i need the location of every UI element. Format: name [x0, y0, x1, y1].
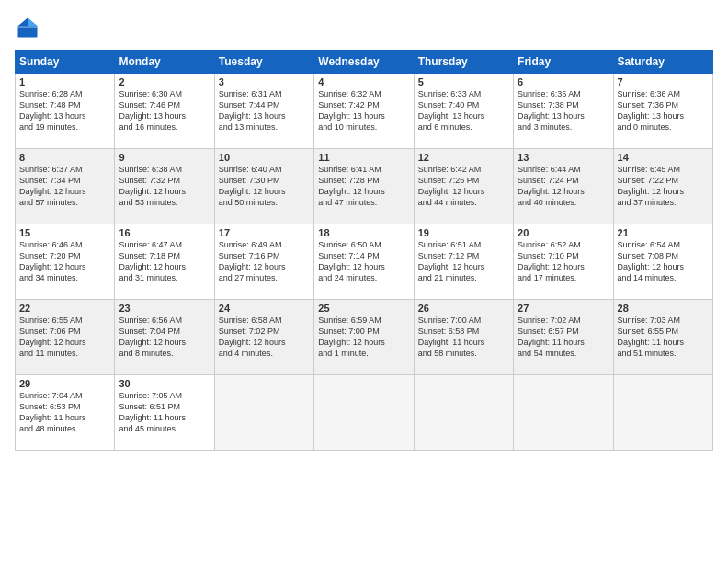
header — [15, 15, 713, 40]
cell-details: Sunrise: 6:41 AMSunset: 7:28 PMDaylight:… — [318, 164, 409, 209]
weekday-header-tuesday: Tuesday — [214, 51, 313, 74]
calendar-cell: 17Sunrise: 6:49 AMSunset: 7:16 PMDayligh… — [214, 224, 313, 300]
cell-details: Sunrise: 6:36 AMSunset: 7:36 PMDaylight:… — [618, 88, 709, 133]
day-number: 5 — [418, 76, 509, 87]
day-number: 7 — [618, 76, 709, 87]
calendar-cell — [613, 375, 712, 451]
calendar-cell: 6Sunrise: 6:35 AMSunset: 7:38 PMDaylight… — [514, 74, 613, 149]
day-number: 18 — [318, 227, 409, 238]
calendar-cell: 29Sunrise: 7:04 AMSunset: 6:53 PMDayligh… — [16, 375, 115, 451]
cell-details: Sunrise: 6:51 AMSunset: 7:12 PMDaylight:… — [418, 239, 509, 284]
day-number: 23 — [119, 303, 210, 314]
logo — [15, 15, 44, 40]
day-number: 22 — [19, 303, 110, 314]
calendar-cell: 13Sunrise: 6:44 AMSunset: 7:24 PMDayligh… — [514, 149, 613, 224]
svg-marker-1 — [28, 18, 38, 27]
cell-details: Sunrise: 6:40 AMSunset: 7:30 PMDaylight:… — [219, 164, 310, 209]
day-number: 14 — [618, 152, 709, 163]
day-number: 12 — [418, 152, 509, 163]
calendar-week-5: 29Sunrise: 7:04 AMSunset: 6:53 PMDayligh… — [16, 375, 713, 451]
calendar-cell: 19Sunrise: 6:51 AMSunset: 7:12 PMDayligh… — [414, 224, 513, 300]
cell-details: Sunrise: 6:45 AMSunset: 7:22 PMDaylight:… — [618, 164, 709, 209]
day-number: 27 — [518, 303, 609, 314]
weekday-header-friday: Friday — [514, 51, 613, 74]
weekday-header-thursday: Thursday — [414, 51, 513, 74]
day-number: 29 — [19, 378, 110, 389]
calendar-cell: 14Sunrise: 6:45 AMSunset: 7:22 PMDayligh… — [613, 149, 712, 224]
calendar-cell — [414, 375, 513, 451]
day-number: 19 — [418, 227, 509, 238]
calendar-cell: 8Sunrise: 6:37 AMSunset: 7:34 PMDaylight… — [16, 149, 115, 224]
cell-details: Sunrise: 6:50 AMSunset: 7:14 PMDaylight:… — [318, 239, 409, 284]
day-number: 17 — [219, 227, 310, 238]
day-number: 11 — [318, 152, 409, 163]
day-number: 30 — [119, 378, 210, 389]
weekday-header-saturday: Saturday — [613, 51, 712, 74]
calendar-cell — [214, 375, 313, 451]
calendar-week-1: 1Sunrise: 6:28 AMSunset: 7:48 PMDaylight… — [16, 74, 713, 149]
calendar-cell: 3Sunrise: 6:31 AMSunset: 7:44 PMDaylight… — [214, 74, 313, 149]
calendar-cell: 18Sunrise: 6:50 AMSunset: 7:14 PMDayligh… — [314, 224, 414, 300]
calendar-week-2: 8Sunrise: 6:37 AMSunset: 7:34 PMDaylight… — [16, 149, 713, 224]
cell-details: Sunrise: 6:35 AMSunset: 7:38 PMDaylight:… — [518, 88, 609, 133]
calendar-cell: 25Sunrise: 6:59 AMSunset: 7:00 PMDayligh… — [314, 300, 414, 375]
calendar-cell: 27Sunrise: 7:02 AMSunset: 6:57 PMDayligh… — [514, 300, 613, 375]
day-number: 13 — [518, 152, 609, 163]
day-number: 6 — [518, 76, 609, 87]
day-number: 8 — [19, 152, 110, 163]
calendar-cell: 4Sunrise: 6:32 AMSunset: 7:42 PMDaylight… — [314, 74, 414, 149]
cell-details: Sunrise: 6:44 AMSunset: 7:24 PMDaylight:… — [518, 164, 609, 209]
logo-icon — [15, 15, 40, 40]
cell-details: Sunrise: 6:49 AMSunset: 7:16 PMDaylight:… — [219, 239, 310, 284]
calendar-cell: 15Sunrise: 6:46 AMSunset: 7:20 PMDayligh… — [16, 224, 115, 300]
calendar-cell: 28Sunrise: 7:03 AMSunset: 6:55 PMDayligh… — [613, 300, 712, 375]
calendar-cell: 10Sunrise: 6:40 AMSunset: 7:30 PMDayligh… — [214, 149, 313, 224]
cell-details: Sunrise: 7:03 AMSunset: 6:55 PMDaylight:… — [618, 315, 709, 360]
day-number: 4 — [318, 76, 409, 87]
day-number: 28 — [618, 303, 709, 314]
day-number: 24 — [219, 303, 310, 314]
calendar-cell: 11Sunrise: 6:41 AMSunset: 7:28 PMDayligh… — [314, 149, 414, 224]
day-number: 26 — [418, 303, 509, 314]
cell-details: Sunrise: 6:46 AMSunset: 7:20 PMDaylight:… — [19, 239, 110, 284]
day-number: 16 — [119, 227, 210, 238]
day-number: 20 — [518, 227, 609, 238]
weekday-header-sunday: Sunday — [16, 51, 115, 74]
day-number: 10 — [219, 152, 310, 163]
cell-details: Sunrise: 6:32 AMSunset: 7:42 PMDaylight:… — [318, 88, 409, 133]
page: SundayMondayTuesdayWednesdayThursdayFrid… — [0, 0, 728, 563]
calendar-cell: 5Sunrise: 6:33 AMSunset: 7:40 PMDaylight… — [414, 74, 513, 149]
cell-details: Sunrise: 7:04 AMSunset: 6:53 PMDaylight:… — [19, 390, 110, 435]
cell-details: Sunrise: 6:33 AMSunset: 7:40 PMDaylight:… — [418, 88, 509, 133]
calendar-cell — [514, 375, 613, 451]
cell-details: Sunrise: 7:05 AMSunset: 6:51 PMDaylight:… — [119, 390, 210, 435]
cell-details: Sunrise: 6:55 AMSunset: 7:06 PMDaylight:… — [19, 315, 110, 360]
calendar-week-4: 22Sunrise: 6:55 AMSunset: 7:06 PMDayligh… — [16, 300, 713, 375]
cell-details: Sunrise: 6:38 AMSunset: 7:32 PMDaylight:… — [119, 164, 210, 209]
cell-details: Sunrise: 6:28 AMSunset: 7:48 PMDaylight:… — [19, 88, 110, 133]
calendar-cell: 22Sunrise: 6:55 AMSunset: 7:06 PMDayligh… — [16, 300, 115, 375]
calendar-week-3: 15Sunrise: 6:46 AMSunset: 7:20 PMDayligh… — [16, 224, 713, 300]
calendar-cell — [314, 375, 414, 451]
weekday-header-row: SundayMondayTuesdayWednesdayThursdayFrid… — [16, 51, 713, 74]
calendar-cell: 23Sunrise: 6:56 AMSunset: 7:04 PMDayligh… — [115, 300, 214, 375]
cell-details: Sunrise: 6:31 AMSunset: 7:44 PMDaylight:… — [219, 88, 310, 133]
calendar-table: SundayMondayTuesdayWednesdayThursdayFrid… — [15, 50, 713, 451]
calendar-cell: 20Sunrise: 6:52 AMSunset: 7:10 PMDayligh… — [514, 224, 613, 300]
cell-details: Sunrise: 7:00 AMSunset: 6:58 PMDaylight:… — [418, 315, 509, 360]
cell-details: Sunrise: 6:56 AMSunset: 7:04 PMDaylight:… — [119, 315, 210, 360]
weekday-header-wednesday: Wednesday — [314, 51, 414, 74]
cell-details: Sunrise: 6:59 AMSunset: 7:00 PMDaylight:… — [318, 315, 409, 360]
day-number: 21 — [618, 227, 709, 238]
calendar-cell: 26Sunrise: 7:00 AMSunset: 6:58 PMDayligh… — [414, 300, 513, 375]
day-number: 15 — [19, 227, 110, 238]
day-number: 25 — [318, 303, 409, 314]
calendar-cell: 12Sunrise: 6:42 AMSunset: 7:26 PMDayligh… — [414, 149, 513, 224]
cell-details: Sunrise: 6:47 AMSunset: 7:18 PMDaylight:… — [119, 239, 210, 284]
cell-details: Sunrise: 6:37 AMSunset: 7:34 PMDaylight:… — [19, 164, 110, 209]
calendar-cell: 24Sunrise: 6:58 AMSunset: 7:02 PMDayligh… — [214, 300, 313, 375]
day-number: 2 — [119, 76, 210, 87]
calendar-cell: 2Sunrise: 6:30 AMSunset: 7:46 PMDaylight… — [115, 74, 214, 149]
cell-details: Sunrise: 6:30 AMSunset: 7:46 PMDaylight:… — [119, 88, 210, 133]
calendar-cell: 30Sunrise: 7:05 AMSunset: 6:51 PMDayligh… — [115, 375, 214, 451]
